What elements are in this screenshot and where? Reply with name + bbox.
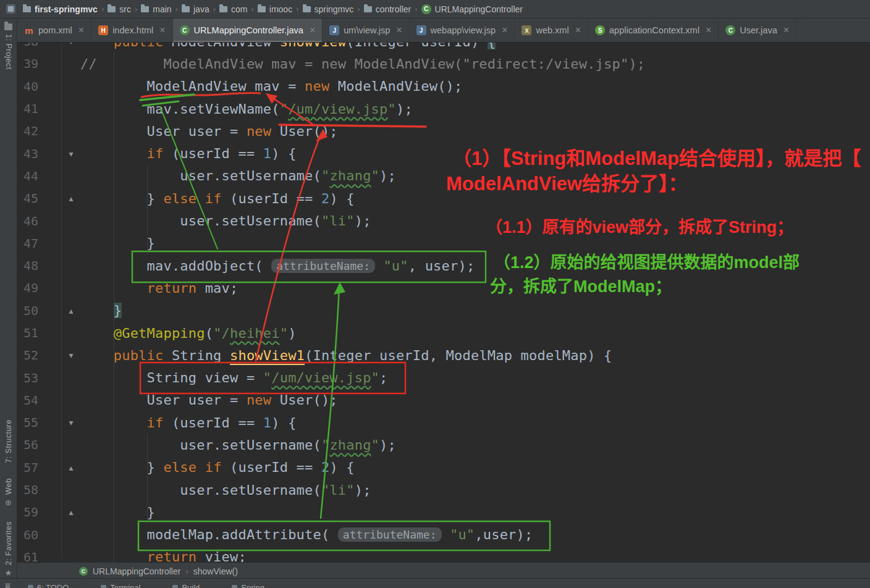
maven-icon: m bbox=[24, 25, 34, 35]
tab-close-icon[interactable]: × bbox=[706, 25, 711, 35]
bottom-breadcrumb: CURLMappingController›showView() bbox=[79, 566, 238, 576]
tool-button-7-structure[interactable]: 7: Structure bbox=[4, 419, 13, 463]
project-icon bbox=[4, 23, 12, 30]
status-bar-item[interactable]: Spring bbox=[232, 580, 264, 588]
code-line[interactable]: 49 return mav; bbox=[17, 277, 870, 299]
code-line[interactable]: 57▴ } else if (userId == 2) { bbox=[17, 456, 870, 479]
fold-up-icon[interactable]: ▴ bbox=[69, 508, 73, 516]
html-icon: H bbox=[98, 25, 108, 35]
fold-up-icon[interactable]: ▴ bbox=[69, 194, 73, 203]
line-number: 58 bbox=[17, 479, 62, 501]
line-number: 61 bbox=[17, 546, 62, 562]
code-line[interactable]: 39// ModelAndView mav = new ModelAndView… bbox=[17, 52, 870, 75]
code-line[interactable]: 52▾ public String showView1(Integer user… bbox=[17, 344, 870, 366]
breadcrumb-item-com[interactable]: com bbox=[218, 4, 249, 14]
breadcrumb-separator-icon: › bbox=[185, 566, 188, 576]
breadcrumb-item-main[interactable]: main bbox=[139, 4, 173, 14]
xml-icon: x bbox=[522, 25, 531, 35]
line-number: 56 bbox=[17, 434, 62, 456]
code-line[interactable]: 53 String view = "/um/view.jsp"; bbox=[17, 366, 870, 388]
code-line[interactable]: 58 user.setUsername("li"); bbox=[17, 479, 870, 501]
tab-close-icon[interactable]: × bbox=[575, 25, 581, 35]
fold-up-icon[interactable]: ▴ bbox=[69, 306, 73, 315]
window-icon bbox=[6, 4, 15, 14]
folder-icon bbox=[108, 6, 116, 12]
status-item-icon bbox=[101, 585, 106, 588]
status-bar-item[interactable]: Terminal bbox=[101, 580, 140, 588]
source-folder-icon bbox=[182, 6, 190, 12]
package-icon bbox=[303, 6, 311, 12]
breadcrumb-separator-icon: › bbox=[213, 4, 216, 14]
breadcrumb-separator-icon: › bbox=[175, 4, 178, 14]
class-icon: C bbox=[180, 25, 190, 35]
code-line[interactable]: 41 mav.setViewName("/um/view.jsp"); bbox=[17, 98, 870, 120]
breadcrumb-item-first-springmvc[interactable]: first-springmvc bbox=[21, 4, 99, 14]
code-lines: 38▾ public ModelAndView showView(Integer… bbox=[17, 42, 870, 562]
line-number: 55 bbox=[17, 411, 62, 434]
nav-breadcrumb-item[interactable]: URLMappingController bbox=[93, 566, 180, 576]
code-line[interactable]: 55▾ if (userId == 1) { bbox=[17, 411, 870, 434]
breadcrumb: first-springmvc›src›main›java›com›imooc›… bbox=[21, 4, 525, 14]
status-bar-items: 6: TODOTerminalBuildSpring bbox=[28, 579, 297, 588]
line-number: 59 bbox=[17, 501, 62, 523]
code-line[interactable]: 40 ModelAndView mav = new ModelAndView()… bbox=[17, 75, 870, 98]
tool-button-2-favorites[interactable]: 2: Favorites★ bbox=[4, 521, 13, 577]
code-line[interactable]: 54 User user = new User(); bbox=[17, 389, 870, 411]
fold-down-icon[interactable]: ▾ bbox=[69, 351, 73, 359]
fold-down-icon[interactable]: ▾ bbox=[69, 149, 73, 158]
line-number: 47 bbox=[17, 232, 62, 254]
status-bar-item[interactable]: 6: TODO bbox=[28, 580, 69, 588]
code-line[interactable]: 51 @GetMapping("/heihei") bbox=[17, 322, 870, 344]
code-line[interactable]: 50▴ } bbox=[17, 300, 870, 322]
status-item-icon bbox=[28, 585, 33, 588]
code-line[interactable]: 61 return view; bbox=[17, 546, 870, 562]
tab-close-icon[interactable]: × bbox=[78, 25, 84, 35]
tab-applicationcontext-xml[interactable]: SapplicationContext.xml× bbox=[588, 19, 719, 42]
code-line[interactable]: 38▾ public ModelAndView showView(Integer… bbox=[17, 42, 870, 52]
fold-down-icon[interactable]: ▾ bbox=[69, 418, 73, 427]
breadcrumb-separator-icon: › bbox=[357, 4, 360, 14]
tab-close-icon[interactable]: × bbox=[310, 25, 315, 35]
breadcrumb-item-src[interactable]: src bbox=[106, 4, 133, 14]
tab-close-icon[interactable]: × bbox=[159, 25, 165, 35]
code-line[interactable]: 45▴ } else if (userId == 2) { bbox=[17, 187, 870, 209]
tab-urlmappingcontroller-java[interactable]: CURLMappingController.java× bbox=[173, 19, 323, 42]
breadcrumb-item-java[interactable]: java bbox=[180, 4, 211, 14]
tab-web-xml[interactable]: xweb.xml× bbox=[515, 19, 588, 42]
breadcrumb-item-imooc[interactable]: imooc bbox=[256, 4, 294, 14]
tab-index-html[interactable]: Hindex.html× bbox=[91, 19, 172, 42]
breadcrumb-item-springmvc[interactable]: springmvc bbox=[301, 4, 356, 14]
code-line[interactable]: 60 modelMap.addAttribute( attributeName:… bbox=[17, 524, 870, 546]
code-line[interactable]: 59▴ } bbox=[17, 501, 870, 523]
line-number: 48 bbox=[17, 254, 62, 277]
annotation-note-1-2-line-1: （1.2）原始的给视图提供数据的model部 bbox=[494, 249, 800, 273]
package-icon bbox=[219, 6, 227, 12]
line-number: 40 bbox=[17, 75, 62, 98]
tab-pom-xml[interactable]: mpom.xml× bbox=[17, 19, 91, 42]
tab-close-icon[interactable]: × bbox=[502, 25, 507, 35]
code-editor[interactable]: 38▾ public ModelAndView showView(Integer… bbox=[17, 42, 870, 562]
breadcrumb-item-urlmappingcontroller[interactable]: CURLMappingController bbox=[420, 4, 525, 14]
line-number: 57 bbox=[17, 456, 62, 479]
fold-up-icon[interactable]: ▴ bbox=[69, 463, 73, 472]
tab-um-view-jsp[interactable]: Jum\view.jsp× bbox=[323, 19, 409, 42]
tool-button-1-project[interactable]: 1: Project bbox=[4, 23, 13, 70]
line-number: 41 bbox=[17, 98, 62, 120]
tab-user-java[interactable]: CUser.java× bbox=[719, 19, 796, 42]
tool-window-stripe: 1: Project 7: StructureWeb⊕2: Favorites★ bbox=[0, 19, 17, 588]
status-bar-item[interactable]: Build bbox=[172, 580, 200, 588]
nav-breadcrumb-item[interactable]: showView() bbox=[193, 566, 238, 576]
jsp-icon: J bbox=[329, 25, 339, 35]
tool-button-web[interactable]: Web⊕ bbox=[4, 478, 13, 506]
code-line[interactable]: 42 User user = new User(); bbox=[17, 120, 870, 142]
annotation-note-1-2-line-2: 分，拆成了ModelMap； bbox=[490, 273, 672, 297]
tab-close-icon[interactable]: × bbox=[396, 25, 402, 35]
menu-icon[interactable]: ≡ bbox=[5, 580, 11, 588]
tab-webapp-view-jsp[interactable]: Jwebapp\view.jsp× bbox=[410, 19, 515, 42]
line-number: 38 bbox=[17, 42, 62, 52]
breadcrumb-item-controller[interactable]: controller bbox=[362, 4, 413, 14]
parameter-name-hint: attributeName: bbox=[338, 527, 442, 542]
code-line[interactable]: 56 user.setUsername("zhang"); bbox=[17, 434, 870, 456]
tab-close-icon[interactable]: × bbox=[783, 25, 789, 35]
editor-tab-bar: mpom.xml×Hindex.html×CURLMappingControll… bbox=[17, 19, 870, 43]
